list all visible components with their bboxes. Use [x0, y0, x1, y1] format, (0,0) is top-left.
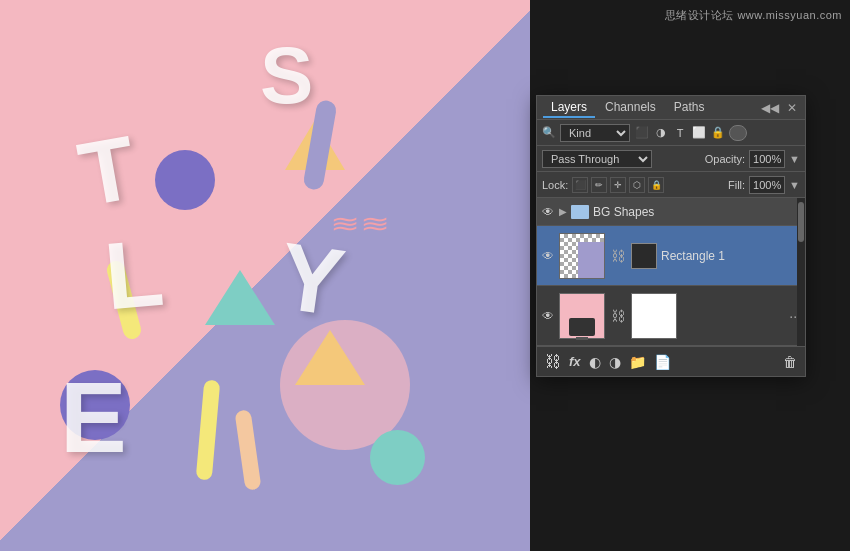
link-layers-icon[interactable]: ⛓ — [545, 353, 561, 371]
letter-t: T — [71, 116, 143, 227]
panel-toolbar: ⛓ fx ◐ ◑ 📁 📄 🗑 — [537, 346, 805, 376]
blend-mode-select[interactable]: Pass Through — [542, 150, 652, 168]
opacity-label: Opacity: — [705, 153, 745, 165]
search-icon: 🔍 — [542, 126, 556, 139]
layer-thumb-white — [631, 293, 677, 339]
layer-rectangle-1[interactable]: 👁 ⛓ Rectangle 1 — [537, 226, 805, 286]
tab-paths[interactable]: Paths — [666, 98, 713, 118]
filter-pixel-icon[interactable]: ⬛ — [634, 125, 650, 141]
mask-icon[interactable]: ◐ — [589, 354, 601, 370]
opacity-chevron[interactable]: ▼ — [789, 153, 800, 165]
letter-e: E — [60, 360, 127, 475]
adjustment-icon[interactable]: ◑ — [609, 354, 621, 370]
blend-row: Pass Through Opacity: ▼ — [537, 146, 805, 172]
deco-cylinder-peach — [235, 409, 262, 490]
filter-row: 🔍 Kind ⬛ ◑ T ⬜ 🔒 · — [537, 120, 805, 146]
filter-smart-icon[interactable]: 🔒 — [710, 125, 726, 141]
thumb-checkerboard — [560, 234, 604, 278]
layers-panel: Layers Channels Paths ◀◀ ✕ 🔍 Kind ⬛ ◑ T … — [536, 95, 806, 377]
filter-adjust-icon[interactable]: ◑ — [653, 125, 669, 141]
thumb-purple-fill — [578, 242, 604, 277]
delete-layer-icon[interactable]: 🗑 — [783, 354, 797, 370]
letter-l: L — [100, 218, 167, 332]
fill-chevron[interactable]: ▼ — [789, 179, 800, 191]
lock-row: Lock: ⬛ ✏ ✛ ⬡ 🔒 Fill: ▼ — [537, 172, 805, 198]
lock-checkerboard-icon[interactable]: ⬛ — [572, 177, 588, 193]
canvas-area: ≋≋ S T L Y E — [0, 0, 530, 551]
tab-layers[interactable]: Layers — [543, 98, 595, 118]
deco-cylinder-yellow-2 — [196, 379, 221, 480]
panel-header-controls: ◀◀ ✕ — [759, 99, 799, 117]
panel-header: Layers Channels Paths ◀◀ ✕ — [537, 96, 805, 120]
deco-triangle-yellow-2 — [295, 330, 365, 385]
fill-input[interactable] — [749, 176, 785, 194]
layer-thumb-rect1 — [559, 233, 605, 279]
lock-icons: ⬛ ✏ ✛ ⬡ 🔒 — [572, 177, 664, 193]
eye-icon-group[interactable]: 👁 — [541, 205, 555, 219]
lock-move-icon[interactable]: ✛ — [610, 177, 626, 193]
link-icon-bottom[interactable]: ⛓ — [609, 306, 627, 326]
deco-triangle-teal — [205, 270, 275, 325]
eye-icon-rect1[interactable]: 👁 — [541, 249, 555, 263]
monitor-icon — [569, 318, 595, 336]
layer-name-rect1: Rectangle 1 — [661, 249, 801, 263]
filter-kind-select[interactable]: Kind — [560, 124, 630, 142]
opacity-input[interactable] — [749, 150, 785, 168]
folder-icon — [571, 205, 589, 219]
lock-label: Lock: — [542, 179, 568, 191]
layer-list: 👁 ▶ BG Shapes 👁 ⛓ Rectangle 1 👁 — [537, 198, 805, 346]
deco-circle-purple — [155, 150, 215, 210]
filter-toggle[interactable]: · — [729, 125, 747, 141]
layer-group-name: BG Shapes — [593, 205, 801, 219]
filter-shape-icon[interactable]: ⬜ — [691, 125, 707, 141]
lock-all-icon[interactable]: 🔒 — [648, 177, 664, 193]
link-icon-rect1[interactable]: ⛓ — [609, 246, 627, 266]
layer-mask-thumb-rect1 — [631, 243, 657, 269]
layer-thumb-pink — [559, 293, 605, 339]
fill-label: Fill: — [728, 179, 745, 191]
lock-paint-icon[interactable]: ✏ — [591, 177, 607, 193]
layer-group-bg-shapes[interactable]: 👁 ▶ BG Shapes — [537, 198, 805, 226]
close-panel-icon[interactable]: ✕ — [785, 99, 799, 117]
lock-artboard-icon[interactable]: ⬡ — [629, 177, 645, 193]
deco-circle-teal — [370, 430, 425, 485]
tab-channels[interactable]: Channels — [597, 98, 664, 118]
layer-bottom[interactable]: 👁 ⛓ ··· — [537, 286, 805, 346]
panel-tabs: Layers Channels Paths — [543, 98, 712, 118]
fx-icon[interactable]: fx — [569, 354, 581, 369]
filter-text-icon[interactable]: T — [672, 125, 688, 141]
group-layers-icon[interactable]: 📁 — [629, 354, 646, 370]
eye-icon-bottom[interactable]: 👁 — [541, 309, 555, 323]
collapse-icon[interactable]: ◀◀ — [759, 99, 781, 117]
filter-icons: ⬛ ◑ T ⬜ 🔒 · — [634, 125, 747, 141]
new-layer-icon[interactable]: 📄 — [654, 354, 671, 370]
letter-s: S — [260, 30, 313, 122]
group-arrow[interactable]: ▶ — [559, 206, 567, 217]
watermark: 思绪设计论坛 www.missyuan.com — [665, 8, 842, 23]
